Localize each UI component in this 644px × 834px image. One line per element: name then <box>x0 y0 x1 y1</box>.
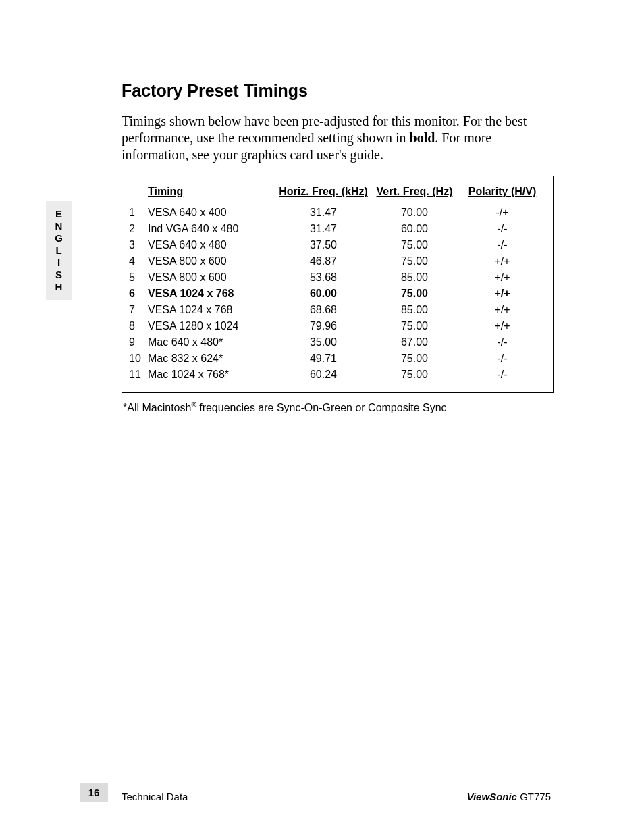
cell-timing: Mac 640 x 480* <box>148 334 276 350</box>
table-row: 3VESA 640 x 48037.5075.00-/- <box>129 237 546 253</box>
table-row: 1VESA 640 x 40031.4770.00-/+ <box>129 205 546 221</box>
cell-timing: VESA 800 x 600 <box>148 253 276 269</box>
cell-polarity: +/+ <box>458 269 546 286</box>
language-tab: ENGLISH <box>46 201 72 300</box>
cell-hfreq: 31.47 <box>276 221 371 237</box>
timing-table: Timing Horiz. Freq. (kHz) Vert. Freq. (H… <box>129 186 546 383</box>
cell-vfreq: 75.00 <box>371 286 458 302</box>
cell-polarity: +/+ <box>458 318 546 334</box>
timing-table-box: Timing Horiz. Freq. (kHz) Vert. Freq. (H… <box>122 176 554 393</box>
cell-timing: VESA 640 x 480 <box>148 237 276 253</box>
cell-timing: VESA 640 x 400 <box>148 205 276 221</box>
intro-bold: bold <box>410 130 435 145</box>
cell-polarity: -/- <box>458 350 546 367</box>
language-tab-letter: I <box>46 257 72 269</box>
cell-hfreq: 37.50 <box>276 237 371 253</box>
header-polarity: Polarity (H/V) <box>458 186 546 205</box>
cell-vfreq: 70.00 <box>371 205 458 221</box>
header-blank <box>129 186 148 205</box>
cell-polarity: -/- <box>458 221 546 237</box>
cell-hfreq: 35.00 <box>276 334 371 350</box>
table-row: 10Mac 832 x 624*49.7175.00-/- <box>129 350 546 367</box>
cell-hfreq: 60.24 <box>276 367 371 383</box>
header-hfreq: Horiz. Freq. (kHz) <box>276 186 371 205</box>
cell-timing: Ind VGA 640 x 480 <box>148 221 276 237</box>
page: ENGLISH Factory Preset Timings Timings s… <box>0 0 644 834</box>
language-tab-letter: G <box>46 232 72 244</box>
cell-num: 7 <box>129 302 148 318</box>
cell-polarity: +/+ <box>458 286 546 302</box>
footer-section: Technical Data <box>122 791 188 802</box>
cell-vfreq: 75.00 <box>371 367 458 383</box>
intro-paragraph: Timings shown below have been pre-adjust… <box>122 113 554 163</box>
footnote-post: frequencies are Sync-On-Green or Composi… <box>196 402 447 413</box>
cell-hfreq: 49.71 <box>276 350 371 367</box>
cell-num: 9 <box>129 334 148 350</box>
header-timing: Timing <box>148 186 276 205</box>
table-row: 8VESA 1280 x 102479.9675.00+/+ <box>129 318 546 334</box>
cell-polarity: +/+ <box>458 253 546 269</box>
cell-num: 10 <box>129 350 148 367</box>
cell-timing: VESA 1024 x 768 <box>148 286 276 302</box>
cell-num: 5 <box>129 269 148 286</box>
cell-timing: Mac 1024 x 768* <box>148 367 276 383</box>
content-area: Factory Preset Timings Timings shown bel… <box>122 81 554 414</box>
registered-mark: ® <box>191 401 196 409</box>
table-row: 2Ind VGA 640 x 48031.4760.00-/- <box>129 221 546 237</box>
cell-vfreq: 75.00 <box>371 237 458 253</box>
cell-vfreq: 60.00 <box>371 221 458 237</box>
cell-num: 6 <box>129 286 148 302</box>
language-tab-letter: S <box>46 269 72 281</box>
cell-num: 1 <box>129 205 148 221</box>
page-number: 16 <box>80 783 108 802</box>
cell-num: 2 <box>129 221 148 237</box>
table-row: 11Mac 1024 x 768*60.2475.00-/- <box>129 367 546 383</box>
footer-model: GT775 <box>517 791 551 802</box>
cell-num: 11 <box>129 367 148 383</box>
table-row: 7VESA 1024 x 76868.6885.00+/+ <box>129 302 546 318</box>
footnote: *All Macintosh® frequencies are Sync-On-… <box>122 401 554 414</box>
cell-polarity: -/+ <box>458 205 546 221</box>
cell-hfreq: 60.00 <box>276 286 371 302</box>
cell-timing: VESA 1280 x 1024 <box>148 318 276 334</box>
cell-polarity: +/+ <box>458 302 546 318</box>
cell-hfreq: 68.68 <box>276 302 371 318</box>
language-tab-letter: N <box>46 220 72 232</box>
table-row: 4VESA 800 x 60046.8775.00+/+ <box>129 253 546 269</box>
header-vfreq: Vert. Freq. (Hz) <box>371 186 458 205</box>
cell-polarity: -/- <box>458 334 546 350</box>
table-row: 9Mac 640 x 480*35.0067.00-/- <box>129 334 546 350</box>
cell-timing: Mac 832 x 624* <box>148 350 276 367</box>
page-title: Factory Preset Timings <box>122 81 554 101</box>
cell-timing: VESA 800 x 600 <box>148 269 276 286</box>
cell-num: 8 <box>129 318 148 334</box>
footnote-pre: *All Macintosh <box>123 402 191 413</box>
table-header-row: Timing Horiz. Freq. (kHz) Vert. Freq. (H… <box>129 186 546 205</box>
language-tab-letter: H <box>46 281 72 293</box>
cell-vfreq: 75.00 <box>371 253 458 269</box>
cell-vfreq: 75.00 <box>371 318 458 334</box>
cell-vfreq: 85.00 <box>371 302 458 318</box>
table-row: 6VESA 1024 x 76860.0075.00+/+ <box>129 286 546 302</box>
footer-rule <box>122 787 551 787</box>
cell-vfreq: 75.00 <box>371 350 458 367</box>
cell-num: 3 <box>129 237 148 253</box>
cell-num: 4 <box>129 253 148 269</box>
cell-vfreq: 85.00 <box>371 269 458 286</box>
cell-polarity: -/- <box>458 367 546 383</box>
language-tab-letter: L <box>46 244 72 257</box>
cell-hfreq: 79.96 <box>276 318 371 334</box>
cell-timing: VESA 1024 x 768 <box>148 302 276 318</box>
footer-brand: ViewSonic <box>467 791 517 802</box>
footer-brand-model: ViewSonic GT775 <box>467 791 552 802</box>
table-row: 5VESA 800 x 60053.6885.00+/+ <box>129 269 546 286</box>
cell-vfreq: 67.00 <box>371 334 458 350</box>
cell-hfreq: 53.68 <box>276 269 371 286</box>
language-tab-letter: E <box>46 208 72 220</box>
cell-polarity: -/- <box>458 237 546 253</box>
cell-hfreq: 46.87 <box>276 253 371 269</box>
cell-hfreq: 31.47 <box>276 205 371 221</box>
